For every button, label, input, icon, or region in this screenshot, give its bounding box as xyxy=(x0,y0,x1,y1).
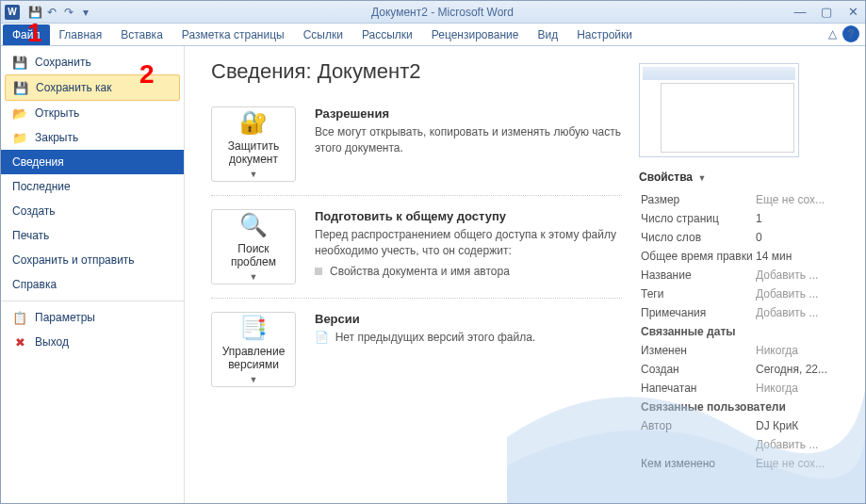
prop-words: Число слов0 xyxy=(641,229,854,246)
tab-view[interactable]: Вид xyxy=(528,24,567,45)
sidebar-label: Параметры xyxy=(35,311,95,324)
sidebar-label: Сохранить и отправить xyxy=(12,253,135,267)
prop-tags: ТегиДобавить ... xyxy=(641,285,854,302)
sidebar-label: Печать xyxy=(12,229,49,242)
sidebar-info[interactable]: Сведения xyxy=(1,150,184,174)
section-text: Перед распространением общего доступа к … xyxy=(315,227,622,259)
tab-settings[interactable]: Настройки xyxy=(567,24,642,45)
sidebar-recent[interactable]: Последние xyxy=(1,174,184,199)
sidebar-close[interactable]: 📁Закрыть xyxy=(1,125,184,150)
sidebar-label: Сведения xyxy=(12,155,64,169)
section-subitem: Свойства документа и имя автора xyxy=(315,265,622,278)
close-button[interactable]: ✕ xyxy=(844,5,861,20)
minimize-button[interactable]: ― xyxy=(792,5,809,20)
undo-icon[interactable]: ↶ xyxy=(44,5,59,20)
sidebar-share[interactable]: Сохранить и отправить xyxy=(1,248,184,272)
section-text: 📄 Нет предыдущих версий этого файла. xyxy=(315,330,622,346)
sidebar-label: Сохранить как xyxy=(36,81,111,94)
section-title: Версии xyxy=(315,312,622,326)
tab-review[interactable]: Рецензирование xyxy=(422,24,529,45)
sidebar-exit[interactable]: ✖Выход xyxy=(1,330,184,354)
folder-open-icon: 📂 xyxy=(12,106,27,121)
button-label: Защитить документ xyxy=(216,139,291,166)
lock-icon: 🔐 xyxy=(238,109,269,136)
properties-panel: Свойства ▼ РазмерЕще не сох... Число стр… xyxy=(639,59,856,503)
tab-file[interactable]: Файл xyxy=(3,24,50,45)
sidebar-label: Закрыть xyxy=(35,131,78,144)
tab-references[interactable]: Ссылки xyxy=(294,24,352,45)
prop-author-add: Добавить ... xyxy=(641,436,854,453)
folder-close-icon: 📁 xyxy=(12,130,27,145)
properties-heading[interactable]: Свойства ▼ xyxy=(639,171,856,184)
dropdown-icon: ▼ xyxy=(250,375,258,384)
protect-document-button[interactable]: 🔐 Защитить документ ▼ xyxy=(211,106,296,182)
sidebar-label: Создать xyxy=(12,204,56,218)
sidebar-open[interactable]: 📂Открыть xyxy=(1,101,184,125)
sidebar-options[interactable]: 📋Параметры xyxy=(1,305,184,330)
exit-icon: ✖ xyxy=(12,334,27,350)
prop-created: СозданСегодня, 22... xyxy=(641,361,854,378)
section-prepare: 🔍 Поиск проблем ▼ Подготовить к общему д… xyxy=(211,195,622,298)
sidebar-label: Выход xyxy=(35,335,69,349)
versions-icon: 📑 xyxy=(238,315,269,341)
backstage-sidebar: 💾Сохранить 💾Сохранить как 📂Открыть 📁Закр… xyxy=(1,46,185,503)
sidebar-save-as[interactable]: 💾Сохранить как xyxy=(5,74,180,101)
prop-author: АвторDJ КриК xyxy=(641,417,854,434)
sidebar-print[interactable]: Печать xyxy=(1,223,184,248)
section-versions: 📑 Управление версиями ▼ Версии 📄 Нет пре… xyxy=(211,298,622,400)
sidebar-help[interactable]: Справка xyxy=(1,272,184,297)
save-as-icon: 💾 xyxy=(13,80,28,95)
dropdown-icon: ▼ xyxy=(250,170,258,179)
document-preview[interactable] xyxy=(639,63,799,157)
sidebar-label: Последние xyxy=(12,180,71,193)
prop-pages: Число страниц1 xyxy=(641,210,854,227)
prop-size: РазмерЕще не сох... xyxy=(641,191,854,208)
save-icon[interactable]: 💾 xyxy=(27,5,42,20)
tab-layout[interactable]: Разметка страницы xyxy=(172,24,294,45)
save-icon: 💾 xyxy=(12,55,27,70)
dropdown-icon: ▼ xyxy=(250,272,258,282)
check-icon: 🔍 xyxy=(238,212,269,238)
sidebar-new[interactable]: Создать xyxy=(1,199,184,223)
sidebar-label: Справка xyxy=(12,278,57,291)
redo-icon[interactable]: ↷ xyxy=(61,5,76,20)
titlebar: W 💾 ↶ ↷ ▾ Документ2 - Microsoft Word ― ▢… xyxy=(1,1,865,24)
document-icon: 📄 xyxy=(315,331,329,344)
tab-home[interactable]: Главная xyxy=(50,24,112,45)
button-label: Поиск проблем xyxy=(216,242,291,268)
prop-edit-time: Общее время правки14 мин xyxy=(641,248,854,265)
sidebar-save[interactable]: 💾Сохранить xyxy=(1,50,184,74)
section-text: Все могут открывать, копировать и изменя… xyxy=(315,124,622,156)
sidebar-label: Сохранить xyxy=(35,56,91,69)
related-dates-heading: Связанные даты xyxy=(641,323,854,340)
sidebar-label: Открыть xyxy=(35,106,79,120)
ribbon-collapse-icon[interactable]: △ xyxy=(828,27,837,41)
maximize-button[interactable]: ▢ xyxy=(818,5,835,20)
section-title: Подготовить к общему доступу xyxy=(315,209,622,223)
prop-changed: ИзмененНикогда xyxy=(641,342,854,359)
section-title: Разрешения xyxy=(315,106,622,121)
window-title: Документ2 - Microsoft Word xyxy=(93,6,792,19)
app-icon: W xyxy=(5,5,20,20)
button-label: Управление версиями xyxy=(216,345,291,371)
prop-notes: ПримечанияДобавить ... xyxy=(641,304,854,321)
check-issues-button[interactable]: 🔍 Поиск проблем ▼ xyxy=(211,209,296,285)
section-permissions: 🔐 Защитить документ ▼ Разрешения Все мог… xyxy=(211,103,622,195)
related-people-heading: Связанные пользователи xyxy=(641,398,854,415)
manage-versions-button[interactable]: 📑 Управление версиями ▼ xyxy=(211,312,296,387)
dropdown-icon: ▼ xyxy=(697,173,706,183)
page-title: Сведения: Документ2 xyxy=(211,59,622,84)
prop-changedby: Кем измененоЕще не сох... xyxy=(641,455,854,472)
prop-printed: НапечатанНикогда xyxy=(641,380,854,397)
help-icon[interactable]: ? xyxy=(842,25,859,42)
options-icon: 📋 xyxy=(12,310,27,325)
prop-title: НазваниеДобавить ... xyxy=(641,267,854,284)
tab-mailings[interactable]: Рассылки xyxy=(352,24,422,45)
ribbon-tabs: Файл Главная Вставка Разметка страницы С… xyxy=(1,24,865,46)
qat-dropdown-icon[interactable]: ▾ xyxy=(78,5,93,20)
tab-insert[interactable]: Вставка xyxy=(111,24,172,45)
